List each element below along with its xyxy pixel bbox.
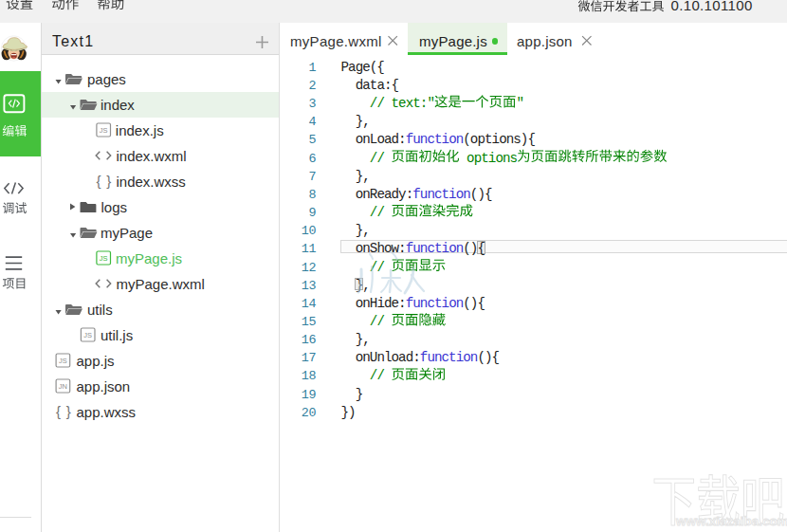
svg-text:www.xiazaiba.com: www.xiazaiba.com [675, 514, 787, 528]
